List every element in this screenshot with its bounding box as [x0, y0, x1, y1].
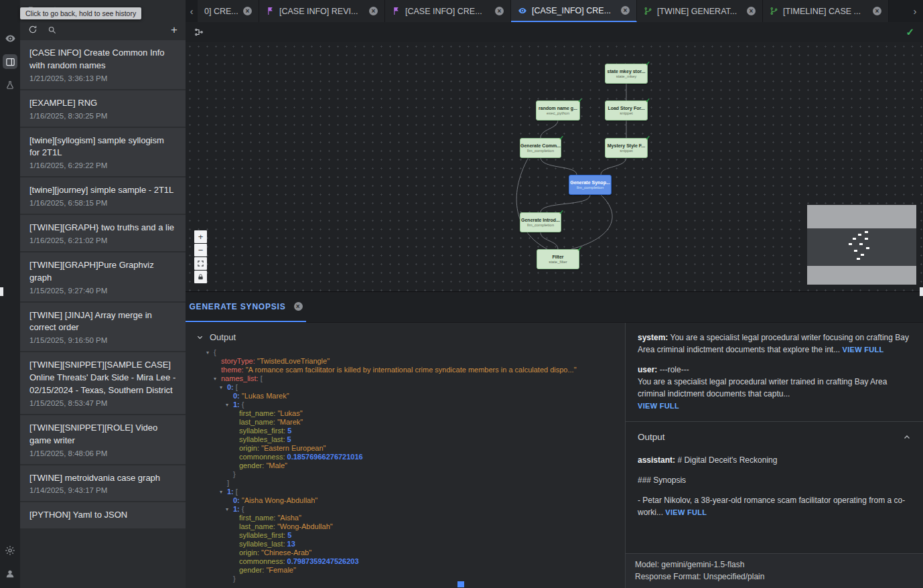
tab-timeline-case[interactable]: [TIMELINE] CASE ... ×: [763, 0, 889, 22]
prompt-title: [EXAMPLE] RNG: [29, 97, 176, 110]
tab-case-info-create[interactable]: [CASE INFO] CRE... ×: [385, 0, 511, 22]
fit-view-button[interactable]: [194, 257, 207, 270]
zoom-in-button[interactable]: +: [194, 230, 207, 243]
graph-node[interactable]: ✓ Load Story For... snippet: [605, 100, 648, 121]
graph-node[interactable]: ✓ random name g... exec_python: [536, 100, 580, 121]
resize-handle[interactable]: [457, 581, 464, 587]
graph-node[interactable]: ✓ Filter state_filter: [537, 249, 579, 269]
graph-node[interactable]: ✓ Generate Introd... llm_completion: [520, 212, 561, 232]
panel-body: Output ▾{ storyType: "TwistedLoveTriangl…: [186, 323, 923, 588]
prompts-sidebar: Prompts Click to go back, hold to see hi…: [20, 0, 186, 588]
close-icon[interactable]: ×: [243, 7, 252, 15]
json-line: last_name: "Marek": [186, 418, 625, 427]
close-icon[interactable]: ×: [873, 7, 881, 15]
collapse-caret-icon[interactable]: ▾: [206, 348, 209, 357]
flag-icon: [392, 7, 401, 15]
close-icon[interactable]: ×: [621, 6, 630, 15]
chevron-down-icon[interactable]: [196, 334, 204, 341]
graph-layout-icon[interactable]: [194, 27, 204, 37]
tab-case-info-create-partial[interactable]: 0] CRE... ×: [198, 0, 259, 22]
close-icon[interactable]: ×: [369, 7, 378, 15]
zoom-out-button[interactable]: −: [194, 244, 207, 256]
panel-tabbar: GENERATE SYNOPSIS ×: [186, 292, 923, 323]
list-item[interactable]: [TWINE][GRAPH]Pure Graphviz graph 1/15/2…: [20, 252, 186, 303]
json-line: storyType: "TwistedLoveTriangle": [186, 357, 625, 366]
close-icon[interactable]: ×: [747, 7, 756, 15]
tab-twine-generate[interactable]: [TWINE] GENERAT... ×: [637, 0, 763, 22]
user-role-text: ---role---: [660, 365, 689, 374]
list-item[interactable]: [TWINE][GRAPH} two truths and a lie 1/16…: [20, 215, 186, 252]
collapse-caret-icon[interactable]: ▾: [226, 400, 228, 409]
chevron-up-icon[interactable]: [903, 433, 911, 441]
graph-node[interactable]: ✓ state mkey stor... state_mkey: [605, 64, 648, 84]
collapse-caret-icon[interactable]: ▾: [214, 374, 216, 383]
assistant-label: assistant:: [638, 455, 675, 465]
list-item[interactable]: [TWINE][SNIPPET][SAMPLE CASE] Online Thr…: [20, 352, 186, 415]
json-line: last_name: "Wong-Abdullah": [186, 522, 625, 531]
tab-label: 0] CRE...: [204, 7, 238, 16]
json-line: ▾0: [: [186, 383, 625, 392]
check-icon: ✓: [645, 97, 650, 104]
list-item[interactable]: [twine][journey] simple sample - 2T1L 1/…: [20, 177, 186, 215]
prompts-panel-icon[interactable]: [3, 54, 17, 69]
json-line: ]: [186, 479, 625, 488]
divider: [626, 421, 923, 422]
json-line: first_name: "Aisha": [186, 514, 625, 522]
tab-case-info-create-active[interactable]: [CASE_INFO] CRE... ×: [511, 0, 637, 22]
synopsis-text-block: - Petar Nikolov, a 38-year-old romance s…: [638, 494, 911, 518]
divider-handle[interactable]: [0, 287, 3, 296]
check-icon: ✓: [559, 209, 564, 216]
list-item[interactable]: [twine][syllogism] sample syllogism for …: [20, 128, 186, 178]
tabs-scroll-left[interactable]: ‹: [186, 0, 198, 22]
edge: [601, 157, 626, 175]
view-full-link[interactable]: VIEW FULL: [665, 508, 707, 516]
collapse-caret-icon[interactable]: ▾: [226, 505, 228, 514]
graph-canvas[interactable]: ✓ state mkey stor... state_mkey ✓ random…: [186, 42, 923, 291]
sidebar-toolbar: +: [20, 19, 186, 40]
minimap-viewport: [807, 228, 916, 266]
user-text: You are a specialist legal procedural wr…: [638, 377, 887, 398]
output-label: Output: [638, 431, 665, 443]
view-full-link[interactable]: VIEW FULL: [843, 346, 884, 354]
collapse-caret-icon[interactable]: ▾: [220, 383, 222, 392]
graph-node[interactable]: ✓ Mystery Style F... snippet: [605, 138, 648, 158]
edge: [541, 157, 577, 175]
refresh-icon[interactable]: [28, 25, 38, 34]
tab-case-info-review[interactable]: [CASE INFO] REVI... ×: [259, 0, 385, 22]
list-item[interactable]: [CASE INFO] Create Common Info with rand…: [20, 40, 186, 90]
prompt-title: [PYTHON] Yaml to JSON: [29, 509, 176, 522]
list-item[interactable]: [TWINE][SNIPPET][ROLE] Video game writer…: [20, 415, 186, 465]
json-line: origin: "Chinese-Arab": [186, 548, 625, 557]
check-icon: ✓: [559, 135, 564, 141]
prompt-title: [TWINE] metroidvania case graph: [29, 472, 176, 485]
list-item[interactable]: [TWINE] [JINJA] Array merge in correct o…: [20, 303, 186, 353]
prompt-timestamp: 1/15/2025, 9:27:40 PM: [29, 287, 176, 295]
graph-node-selected[interactable]: Generate Synop... llm_completion: [569, 175, 612, 195]
close-icon[interactable]: ×: [294, 302, 303, 311]
list-item[interactable]: [PYTHON] Yaml to JSON: [20, 502, 186, 530]
add-prompt-button[interactable]: +: [171, 24, 178, 35]
lock-button[interactable]: [194, 271, 207, 283]
graph-node[interactable]: ✓ Generate Comm... llm_completion: [520, 138, 561, 158]
account-icon[interactable]: [3, 567, 17, 581]
settings-gear-icon[interactable]: [3, 543, 17, 558]
saved-check-icon: ✓: [906, 26, 914, 38]
view-full-link[interactable]: VIEW FULL: [638, 402, 679, 410]
close-icon[interactable]: ×: [495, 7, 504, 15]
tabs-scroll-right[interactable]: ›: [907, 0, 923, 22]
eye-icon[interactable]: [3, 31, 17, 46]
json-line: }: [186, 470, 625, 479]
app-window: Prompts Click to go back, hold to see hi…: [0, 0, 923, 588]
json-line: syllables_last: 13: [186, 540, 625, 548]
node-subtitle: exec_python: [547, 111, 569, 115]
list-item[interactable]: [TWINE] metroidvania case graph 1/14/202…: [20, 465, 186, 503]
system-message: system: You are a specialist legal proce…: [638, 332, 911, 356]
list-item[interactable]: [EXAMPLE] RNG 1/16/2025, 8:30:25 PM: [20, 90, 186, 128]
tab-generate-synopsis[interactable]: GENERATE SYNOPSIS ×: [186, 292, 306, 322]
prompt-title: [TWINE][SNIPPET][ROLE] Video game writer: [29, 422, 176, 447]
minimap[interactable]: [807, 205, 916, 285]
divider-handle[interactable]: [920, 287, 923, 296]
search-icon[interactable]: [48, 25, 56, 34]
flask-icon[interactable]: [3, 78, 17, 92]
collapse-caret-icon[interactable]: ▾: [220, 488, 222, 496]
